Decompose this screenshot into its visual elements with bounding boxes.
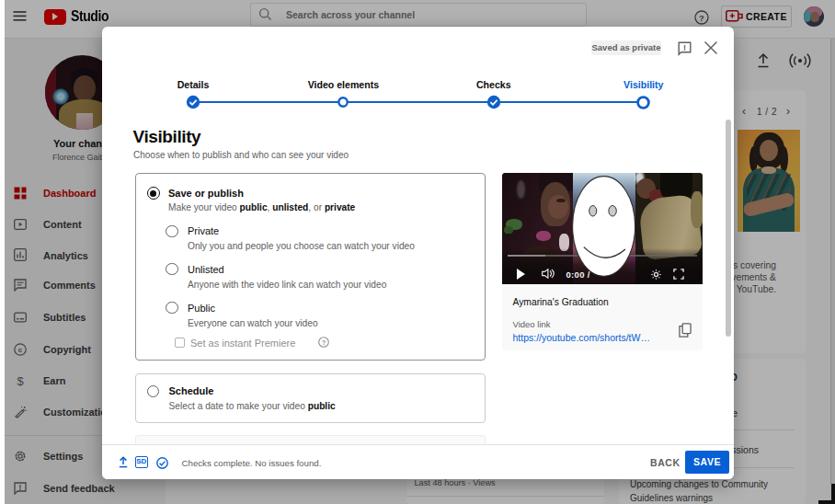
svg-text:!: ! — [683, 42, 686, 52]
svg-text:?: ? — [321, 338, 326, 346]
